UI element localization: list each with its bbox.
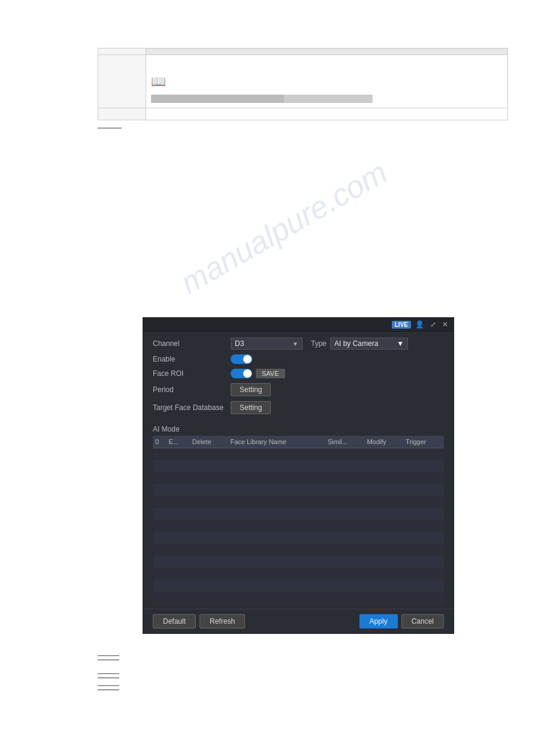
bottom-left-btns: Default Refresh [153,614,245,629]
row2-col1 [98,108,146,120]
col-e-header: E... [167,436,190,448]
row1-col2: 📖 [146,55,507,108]
table-row [153,592,444,604]
table-row [153,460,444,472]
face-roi-toggle[interactable] [231,369,252,378]
top-table: 📖 [98,48,508,120]
table-row [153,496,444,508]
table-row [153,532,444,544]
col-modify-header: Modify [364,436,403,448]
live-badge: LIVE [392,321,411,329]
progress-bar-fill [151,95,284,103]
target-face-db-setting-btn[interactable]: Setting [231,401,271,414]
top-table-area: 📖 [98,48,508,125]
face-roi-save-btn[interactable]: SAVE [256,369,285,378]
table-row [153,484,444,496]
col2-header [146,48,507,55]
table-row [153,568,444,580]
bottom-right-btns: Apply Cancel [359,614,444,629]
period-setting-btn[interactable]: Setting [231,383,271,396]
type-arrow-icon: ▼ [397,339,404,348]
channel-dropdown[interactable]: D3 ▼ [231,338,303,350]
period-label: Period [153,385,231,394]
col-trigger-header: Trigger [403,436,444,448]
watermark: manualpure.com [174,154,393,301]
period-row: Period Setting [153,383,444,396]
channel-arrow-icon: ▼ [292,341,298,347]
dialog-panel: LIVE 👤 ⤢ ✕ Channel D3 ▼ Type AI by Camer… [143,317,454,634]
table-row [153,544,444,556]
table-row [153,448,444,460]
enable-row: Enable [153,354,444,364]
col-0-header: 0 [153,436,167,448]
default-btn[interactable]: Default [153,614,196,629]
ai-mode-label: AI Mode [143,423,454,436]
type-value: AI by Camera [334,339,378,348]
close-icon[interactable]: ✕ [440,320,450,329]
book-icon: 📖 [151,74,166,89]
face-roi-label: Face ROI [153,369,231,378]
text-line-2: ——— [98,669,119,678]
target-face-db-label: Target Face Database [153,403,231,412]
face-roi-toggle-knob [243,369,252,378]
channel-label: Channel [153,339,231,348]
col-simil-header: Simil... [325,436,365,448]
enable-toggle[interactable] [231,354,252,364]
col-delete-header: Delete [190,436,228,448]
target-face-db-row: Target Face Database Setting [153,401,444,414]
face-roi-row: Face ROI SAVE [153,369,444,378]
row2-col2 [146,108,507,120]
col1-header [98,48,146,55]
text-line-1: ——— [98,651,119,660]
progress-bar-container [151,95,373,103]
channel-type-row: Channel D3 ▼ Type AI by Camera ▼ [153,338,444,350]
enable-label: Enable [153,355,231,363]
enable-toggle-knob [243,355,252,363]
user-icon[interactable]: 👤 [413,320,426,329]
table-row [153,472,444,484]
table-row [153,508,444,520]
dialog-topbar: LIVE 👤 ⤢ ✕ [143,318,454,332]
type-dropdown[interactable]: AI by Camera ▼ [330,338,408,350]
channel-value: D3 [235,339,244,348]
row1-col1 [98,55,146,108]
text-lines-section: ——— ——— ——— [98,651,119,693]
dialog-bottombar: Default Refresh Apply Cancel [143,609,454,633]
type-label: Type [311,339,327,348]
dialog-form: Channel D3 ▼ Type AI by Camera ▼ Enable [143,332,454,423]
face-roi-field: SAVE [231,369,285,378]
text-line-3: ——— [98,681,119,690]
underline-bar [98,127,122,129]
table-row [153,580,444,592]
ai-mode-table: 0 E... Delete Face Library Name Simil...… [153,436,444,604]
arrows-icon[interactable]: ⤢ [428,320,438,329]
col-face-lib-header: Face Library Name [228,436,325,448]
apply-btn[interactable]: Apply [359,614,398,629]
refresh-btn[interactable]: Refresh [200,614,245,629]
cancel-btn[interactable]: Cancel [401,614,444,629]
channel-field: D3 ▼ Type AI by Camera ▼ [231,338,408,350]
table-row [153,520,444,532]
table-row [153,556,444,568]
